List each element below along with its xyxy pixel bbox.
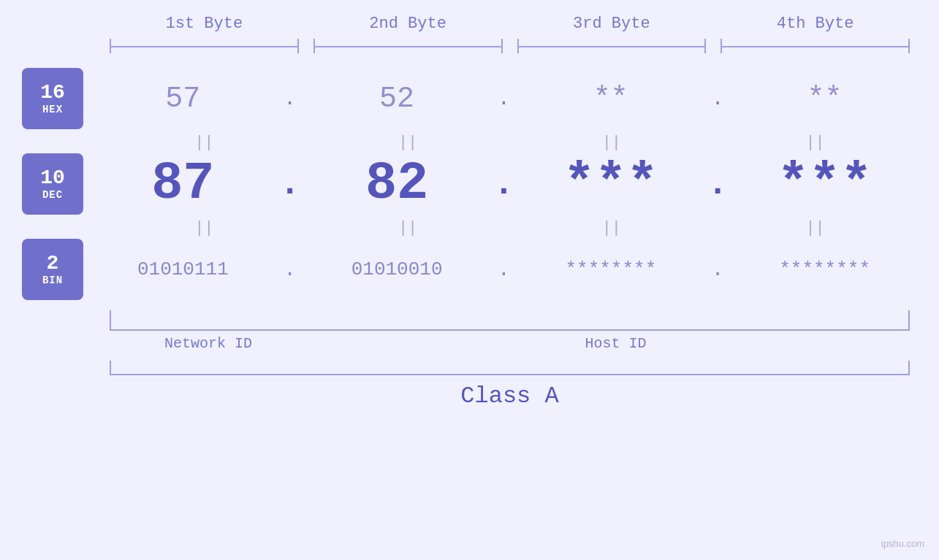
hex-byte2: 52 [305, 83, 490, 115]
equals-row2: || || || || [102, 218, 917, 239]
byte-headers: 1st Byte 2nd Byte 3rd Byte 4th Byte [102, 15, 917, 39]
bin-row: 2 BIN 01010111 . 01010010 . ******** . *… [22, 239, 917, 300]
dec-sep1: . [275, 164, 305, 204]
id-labels: Network ID Host ID [102, 335, 917, 352]
hex-badge-label: HEX [42, 104, 63, 115]
eq3: || [510, 132, 714, 153]
bin-values: 01010111 . 01010010 . ******** . *******… [91, 258, 917, 281]
hex-sep2: . [490, 88, 519, 110]
class-label: Class A [102, 375, 917, 410]
bin-badge-number: 2 [47, 253, 59, 275]
hex-sep3: . [703, 88, 732, 110]
hex-row: 16 HEX 57 . 52 . ** . ** [22, 68, 917, 129]
host-bracket [314, 310, 917, 331]
bracket-4 [721, 39, 910, 53]
eq7: || [510, 218, 714, 239]
main-container: 1st Byte 2nd Byte 3rd Byte 4th Byte 16 H… [0, 0, 939, 560]
bin-sep2: . [490, 258, 519, 281]
bin-byte1: 01010111 [91, 258, 275, 280]
network-id-label: Network ID [102, 335, 314, 352]
bin-sep3: . [703, 258, 732, 281]
eq6: || [306, 218, 510, 239]
bin-sep1: . [275, 258, 305, 281]
hex-sep1: . [275, 88, 305, 110]
dec-badge-number: 10 [40, 167, 65, 190]
bin-byte3: ******** [519, 258, 704, 280]
byte2-header: 2nd Byte [306, 15, 510, 39]
eq5: || [102, 218, 306, 239]
dec-values: 87 . 82 . *** . *** [91, 154, 917, 214]
equals-row1: || || || || [102, 132, 917, 153]
byte1-header: 1st Byte [102, 15, 306, 39]
dec-row: 10 DEC 87 . 82 . *** . *** [22, 153, 917, 215]
dec-byte3: *** [519, 154, 704, 214]
bin-badge: 2 BIN [22, 239, 83, 300]
hex-byte1: 57 [91, 83, 275, 115]
top-bracket-row [102, 39, 917, 53]
eq8: || [713, 218, 917, 239]
dec-byte4: *** [732, 154, 917, 214]
hex-values: 57 . 52 . ** . ** [91, 83, 917, 115]
network-bracket [102, 310, 314, 331]
class-bracket [102, 361, 917, 375]
byte3-header: 3rd Byte [510, 15, 714, 39]
bottom-bracket-row [102, 310, 917, 331]
dec-byte1: 87 [91, 154, 275, 214]
bin-badge-label: BIN [42, 275, 63, 286]
hex-badge-number: 16 [40, 82, 65, 104]
bottom-bracket-section: Network ID Host ID Class A [102, 310, 917, 410]
bin-byte4: ******** [732, 258, 917, 280]
hex-byte4: ** [732, 83, 917, 115]
dec-sep2: . [490, 164, 519, 204]
dec-byte2: 82 [305, 154, 490, 214]
bracket-3 [517, 39, 707, 53]
byte4-header: 4th Byte [713, 15, 917, 39]
bracket-2 [313, 39, 503, 53]
dec-badge-label: DEC [42, 189, 63, 201]
dec-sep3: . [703, 164, 732, 204]
host-id-label: Host ID [314, 335, 917, 352]
eq2: || [306, 132, 510, 153]
hex-byte3: ** [519, 83, 704, 115]
eq4: || [713, 132, 917, 153]
bracket-1 [110, 39, 299, 53]
dec-badge: 10 DEC [22, 153, 83, 215]
bin-byte2: 01010010 [305, 258, 490, 280]
hex-badge: 16 HEX [22, 68, 83, 129]
eq1: || [102, 132, 306, 153]
watermark: ipshu.com [881, 538, 924, 549]
